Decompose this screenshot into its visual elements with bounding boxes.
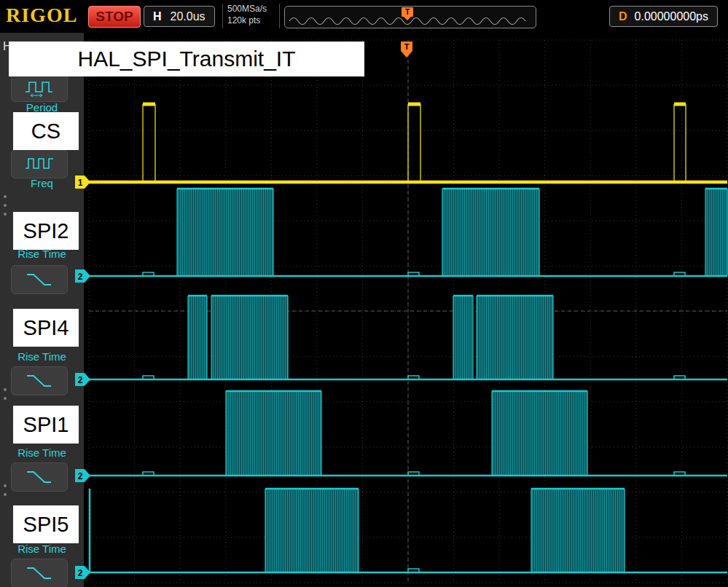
delay-value: 0.00000000ps <box>635 10 708 23</box>
delay-label: D <box>619 10 627 23</box>
trigger-delay-readout[interactable]: D 0.00000000ps <box>609 6 718 27</box>
annotation-title: HAL_SPI_Transmit_IT <box>9 42 364 76</box>
fall-time-icon <box>23 467 55 487</box>
measure-risetime-button[interactable] <box>11 559 68 587</box>
measure-risetime-label: Rise Time <box>0 543 84 555</box>
menu-dots <box>4 397 7 400</box>
annotation-spi1-label: SPI1 <box>13 406 79 444</box>
measure-risetime-label: Rise Time <box>0 350 84 363</box>
measure-risetime-button[interactable] <box>11 462 68 492</box>
period-measure-icon <box>23 77 55 98</box>
sample-rate: 500MSa/s <box>227 4 267 15</box>
measure-risetime-label: Rise Time <box>0 446 84 459</box>
menu-dots <box>4 195 7 198</box>
measure-risetime-button[interactable] <box>11 265 68 294</box>
measure-risetime-button[interactable] <box>11 366 68 395</box>
fall-time-icon <box>23 269 55 290</box>
header-divider <box>222 4 223 28</box>
timebase-label: H <box>153 10 162 23</box>
timebase-value: 20.0us <box>171 10 206 23</box>
horizontal-timebase-control[interactable]: H 20.0us <box>144 6 215 27</box>
scope-header-bar: RIGOL STOP H 20.0us 500MSa/s 120k pts T … <box>0 0 728 33</box>
trigger-position-flag[interactable]: T <box>402 7 413 17</box>
menu-dots <box>4 493 7 496</box>
waveform-display: 12222T <box>0 0 728 587</box>
annotation-spi5-label: SPI5 <box>13 505 79 543</box>
annotation-spi2-label: SPI2 <box>13 212 79 250</box>
menu-dots <box>4 388 7 391</box>
menu-dots <box>4 484 7 487</box>
freq-measure-icon <box>23 154 55 174</box>
measure-freq-button[interactable] <box>11 149 68 178</box>
annotation-cs-label: CS <box>13 112 79 150</box>
fall-time-icon <box>23 371 55 391</box>
header-divider <box>279 4 280 28</box>
measure-freq-label: Freq <box>0 177 84 189</box>
menu-dots <box>4 213 7 216</box>
memory-position-bar[interactable]: T <box>284 6 536 28</box>
run-state-stop-button[interactable]: STOP <box>88 6 141 28</box>
measure-period-button[interactable] <box>11 73 68 102</box>
acquisition-info: 500MSa/s 120k pts <box>227 4 267 26</box>
rigol-logo: RIGOL <box>6 4 77 27</box>
memory-depth: 120k pts <box>227 15 267 27</box>
fall-time-icon <box>23 563 55 583</box>
menu-dots <box>4 204 7 207</box>
annotation-spi4-label: SPI4 <box>13 309 79 347</box>
svg-text:T: T <box>404 42 410 51</box>
